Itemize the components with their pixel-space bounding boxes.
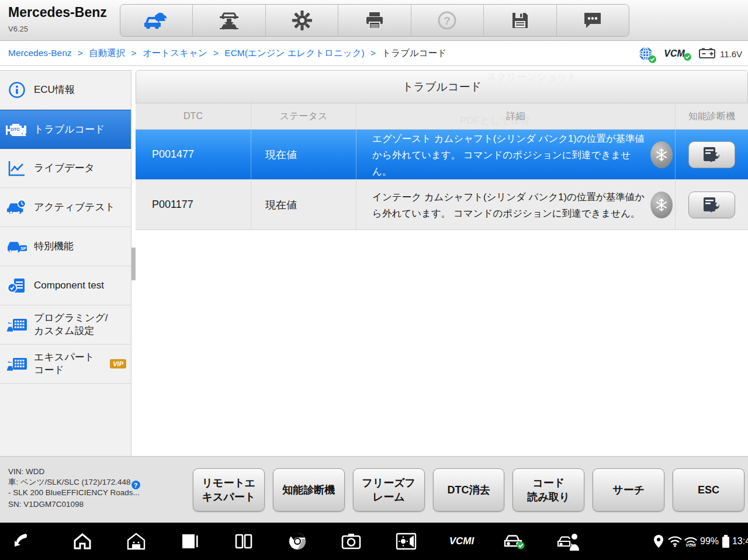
column-header-detail: 詳細 (356, 103, 676, 129)
sidebar-item-expert-code[interactable]: エキスパート コード VIP (0, 345, 131, 384)
sidebar-item-label: アクティブテスト (34, 201, 115, 214)
dtc-clear-button[interactable]: DTC消去 (433, 468, 505, 512)
connection-status-cluster: VCM 11.6V (638, 41, 742, 66)
function-sidebar: ECU情報 DTC! トラブルコード ライブデータ アクティブテスト SP 特別… (0, 70, 131, 456)
vip-badge: VIP (110, 359, 126, 368)
vehicle-brand-title: Mercedes-Benz (8, 5, 107, 20)
smart-diagnostics-action-button[interactable]: 知能診断機 (273, 468, 345, 512)
split-screen-button[interactable] (230, 523, 257, 560)
sidebar-item-special-functions[interactable]: SP 特別機能 (0, 227, 131, 266)
gear-icon (292, 10, 313, 31)
top-toolbar: ? (120, 4, 629, 37)
sidebar-item-live-data[interactable]: ライブデータ (0, 149, 131, 188)
printer-icon (365, 11, 385, 30)
help-button[interactable]: ? (411, 5, 484, 36)
column-header-dtc: DTC (136, 103, 251, 129)
esc-button[interactable]: ESC (673, 468, 744, 512)
read-codes-button[interactable]: コード 読み取り (512, 468, 584, 512)
svg-text:?: ? (444, 15, 451, 27)
vcm-label: VCM (664, 48, 685, 58)
sidebar-item-ecu-info[interactable]: ECU情報 (0, 71, 131, 110)
svg-text:DTC: DTC (11, 127, 20, 132)
trouble-code-panel: トラブルコード DTC ステータス 詳細 知能診断機 P001477 現在値 エ… (136, 70, 748, 456)
freeze-frame-snowflake-icon[interactable] (650, 141, 673, 168)
sidebar-item-label: トラブルコード (34, 123, 105, 136)
search-button[interactable]: サーチ (593, 468, 664, 512)
clock-text: 13:46 (730, 523, 748, 560)
component-test-icon (0, 277, 34, 294)
remote-expert-nav-button[interactable] (554, 523, 583, 560)
detail-text: エグゾースト カムシャフト(シリンダ バンク1)の位置が基準値から外れています。… (372, 130, 647, 179)
vehicle-model-text: 車: ベンツ/SLK/SLC (172)/172.448 ? (8, 477, 131, 488)
battery-voltage-status: 11.6V (699, 48, 742, 60)
top-header-bar: Mercedes-Benz V6.25 (0, 0, 748, 41)
table-header-row: DTC ステータス 詳細 知能診断機 (136, 103, 748, 130)
dtc-engine-icon: DTC! (0, 120, 34, 139)
sidebar-item-component-test[interactable]: Component test (0, 266, 131, 305)
remote-expert-button[interactable]: リモートエ キスパート (193, 468, 265, 512)
table-row[interactable]: P001477 現在値 エグゾースト カムシャフト(シリンダ バンク1)の位置が… (136, 130, 748, 180)
breadcrumb: Mercedes-Benz > 自動選択 > オートスキャン > ECM(エンジ… (8, 47, 446, 60)
help-question-icon: ? (437, 10, 458, 31)
wifi-status-icon (666, 523, 684, 560)
vcm-ok-check-icon (684, 53, 691, 61)
sidebar-item-label: プログラミング/ カスタム設定 (34, 312, 108, 338)
breadcrumb-bar: Mercedes-Benz > 自動選択 > オートスキャン > ECM(エンジ… (0, 41, 748, 66)
vehicle-model-line2: - SLK 200 BlueEFFICIENCY Roads... (8, 488, 140, 498)
battery-icon (699, 48, 716, 60)
vcmi-label: VCMI (449, 535, 475, 547)
active-test-car-icon (0, 199, 34, 215)
sidebar-item-label: ECU情報 (34, 84, 75, 96)
smart-diagnostics-button[interactable] (688, 141, 735, 168)
camera-screenshot-button[interactable] (338, 523, 365, 560)
settings-button[interactable] (266, 5, 338, 36)
smart-diag-cell (676, 180, 748, 229)
remote-diagnostics-button[interactable] (120, 5, 193, 36)
breadcrumb-link-brand[interactable]: Mercedes-Benz (8, 48, 72, 58)
column-header-smart-diag: 知能診断機 (676, 103, 748, 129)
home-button[interactable] (69, 523, 96, 560)
battery-status-icon (721, 523, 731, 560)
sidebar-item-programming[interactable]: プログラミング/ カスタム設定 (0, 305, 131, 345)
detail-cell: インテーク カムシャフト(シリンダ バンク1)の位置が基準値から外れています。 … (356, 180, 676, 229)
table-row[interactable]: P001177 現在値 インテーク カムシャフト(シリンダ バンク1)の位置が基… (136, 180, 748, 230)
car-download-icon (217, 11, 241, 30)
special-function-car-icon: SP (0, 238, 34, 255)
recent-apps-button[interactable] (176, 523, 203, 560)
brightness-volume-button[interactable] (392, 523, 421, 560)
location-status-icon (652, 523, 666, 560)
bottom-action-bar: VIN: WDD 車: ベンツ/SLK/SLC (172)/172.448 ? … (0, 456, 748, 523)
smart-diagnostics-button[interactable] (688, 192, 735, 218)
back-button[interactable] (11, 523, 37, 560)
sidebar-item-label: ライブデータ (34, 162, 95, 175)
vehicle-connected-button[interactable] (500, 523, 529, 560)
sidebar-item-active-test[interactable]: アクティブテスト (0, 188, 131, 227)
vcm-wifi-label: VCMI (685, 543, 696, 547)
info-icon (0, 81, 34, 99)
vcmi-status-button[interactable]: VCMI (443, 523, 480, 560)
android-nav-bar: VCMI VCMI 99% 13:46 (0, 523, 748, 560)
feedback-chat-button[interactable] (557, 5, 629, 36)
vehicle-scan-button[interactable] (193, 5, 265, 36)
diagnostic-app-screen: Mercedes-Benz V6.25 (0, 0, 748, 560)
expert-code-chip-icon (0, 356, 34, 372)
svg-text:SP: SP (20, 246, 26, 251)
freeze-frame-button[interactable]: フリーズフ レーム (353, 468, 425, 512)
vehicle-help-icon[interactable]: ? (131, 481, 140, 489)
app-version: V6.25 (8, 25, 28, 33)
save-button[interactable] (484, 5, 556, 36)
action-buttons-row: リモートエ キスパート 知能診断機 フリーズフ レーム DTC消去 コード 読み… (193, 468, 744, 512)
breadcrumb-link-auto-scan[interactable]: オートスキャン (143, 48, 207, 58)
app-home-button[interactable] (123, 523, 150, 560)
freeze-frame-snowflake-icon[interactable] (650, 192, 673, 218)
battery-percent-text: 99% (698, 523, 721, 560)
programming-chip-icon (0, 316, 34, 333)
serial-number-text: SN: V1DGM7C01098 (8, 499, 140, 510)
breadcrumb-link-ecm[interactable]: ECM(エンジン エレクトロニック) (224, 48, 364, 58)
chrome-browser-button[interactable] (284, 523, 311, 560)
vin-text: VIN: WDD (8, 467, 140, 477)
print-button[interactable] (338, 5, 411, 36)
breadcrumb-separator: > (213, 48, 219, 58)
sidebar-item-trouble-codes[interactable]: DTC! トラブルコード (0, 110, 131, 149)
breadcrumb-link-auto-select[interactable]: 自動選択 (89, 48, 125, 58)
